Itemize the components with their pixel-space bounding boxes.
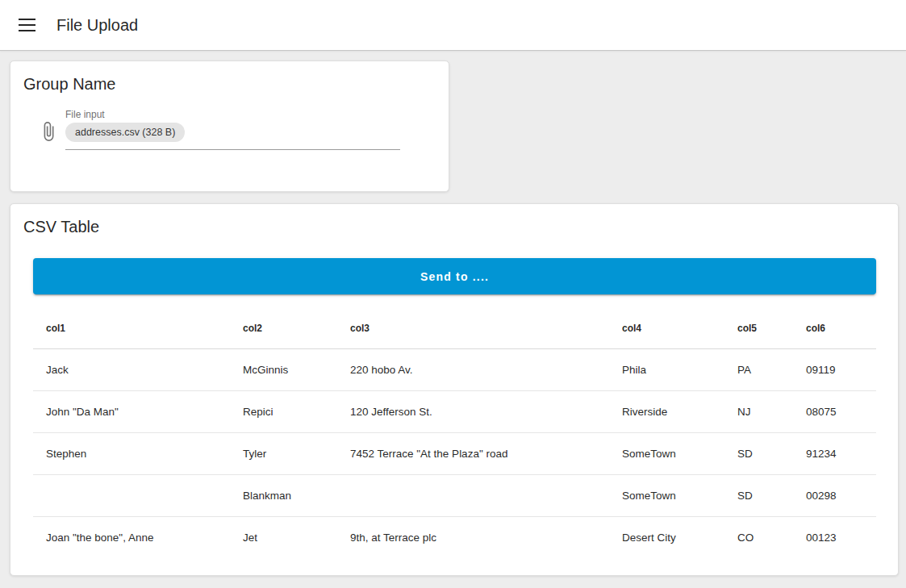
main-content: Group Name File input addresses.csv (328… (0, 51, 906, 586)
table-cell: 00123 (793, 516, 876, 558)
table-cell: 08075 (793, 390, 876, 432)
hamburger-icon (19, 19, 35, 21)
table-cell (33, 474, 230, 516)
table-cell: Repici (230, 390, 337, 432)
file-input-underline (65, 149, 400, 150)
page-title: File Upload (56, 16, 138, 35)
menu-button[interactable] (10, 9, 43, 41)
table-cell (337, 474, 609, 516)
table-cell: 91234 (793, 432, 876, 474)
header-cell: col2 (230, 308, 337, 348)
table-cell: CO (724, 516, 793, 558)
table-cell: Desert City (609, 516, 724, 558)
file-input[interactable]: File input addresses.csv (328 B) (38, 109, 436, 150)
file-chip[interactable]: addresses.csv (328 B) (65, 123, 185, 142)
table-row: BlankmanSomeTownSD00298 (33, 474, 876, 516)
table-cell: 7452 Terrace "At the Plaza" road (337, 432, 609, 474)
table-cell: PA (724, 348, 793, 390)
paperclip-icon[interactable] (38, 119, 59, 144)
table-row: JackMcGinnis220 hobo Av.PhilaPA09119 (33, 348, 876, 390)
table-row: John "Da Man"Repici120 Jefferson St.Rive… (33, 390, 876, 432)
table-cell: SD (724, 432, 793, 474)
table-cell: Blankman (230, 474, 337, 516)
table-cell: Riverside (609, 390, 724, 432)
table-cell: 00298 (793, 474, 876, 516)
header-cell: col4 (609, 308, 724, 348)
csv-table-body: JackMcGinnis220 hobo Av.PhilaPA09119John… (33, 348, 876, 558)
group-card-title: Group Name (23, 74, 436, 94)
table-cell: 9th, at Terrace plc (337, 516, 609, 558)
file-input-label: File input (65, 109, 400, 120)
table-row: StephenTyler7452 Terrace "At the Plaza" … (33, 432, 876, 474)
table-cell: Tyler (230, 432, 337, 474)
table-cell: NJ (724, 390, 793, 432)
table-cell: SD (724, 474, 793, 516)
table-row: Joan "the bone", AnneJet9th, at Terrace … (33, 516, 876, 558)
table-cell: SomeTown (609, 432, 724, 474)
csv-table: col1col2col3col4col5col6 JackMcGinnis220… (33, 308, 876, 558)
table-cell: 09119 (793, 348, 876, 390)
header-cell: col1 (33, 308, 230, 348)
group-card: Group Name File input addresses.csv (328… (10, 60, 449, 192)
file-input-field[interactable]: File input addresses.csv (328 B) (65, 109, 400, 150)
table-cell: Stephen (33, 432, 230, 474)
app-bar: File Upload (0, 0, 906, 51)
table-cell: McGinnis (230, 348, 337, 390)
csv-card-title: CSV Table (23, 217, 885, 236)
table-cell: 120 Jefferson St. (337, 390, 609, 432)
header-cell: col3 (337, 308, 609, 348)
table-cell: Phila (609, 348, 724, 390)
table-cell: John "Da Man" (33, 390, 230, 432)
table-cell: 220 hobo Av. (337, 348, 609, 390)
table-cell: Joan "the bone", Anne (33, 516, 230, 558)
table-cell: Jack (33, 348, 230, 390)
header-row: col1col2col3col4col5col6 (33, 308, 876, 348)
table-cell: SomeTown (609, 474, 724, 516)
header-cell: col5 (724, 308, 793, 348)
send-button[interactable]: Send to .... (33, 258, 876, 294)
header-cell: col6 (793, 308, 876, 348)
csv-card: CSV Table Send to .... col1col2col3col4c… (10, 203, 899, 576)
table-cell: Jet (230, 516, 337, 558)
